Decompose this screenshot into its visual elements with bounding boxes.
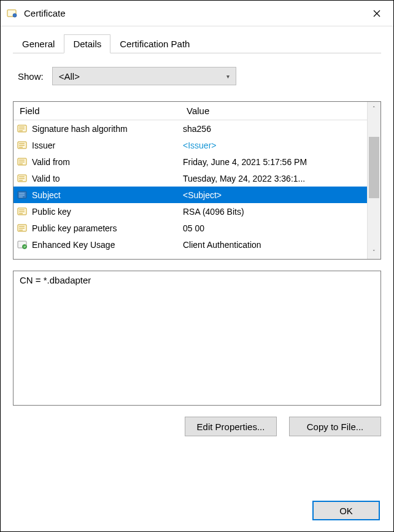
list-row[interactable]: Signature hash algorithmsha256 (14, 120, 367, 137)
scroll-track[interactable] (368, 115, 380, 245)
svg-point-33 (23, 244, 27, 249)
list-row[interactable]: Public key parameters05 00 (14, 220, 367, 236)
field-detail-text: CN = *.dbadapter (20, 275, 91, 285)
field-value: 05 00 (180, 223, 367, 233)
tab-strip: General Details Certification Path (13, 34, 381, 53)
list-header: Field Value (14, 102, 367, 120)
field-name: Public key (32, 207, 71, 217)
field-name: Valid to (32, 174, 60, 183)
dialog-footer: OK (312, 501, 380, 520)
close-button[interactable] (363, 4, 391, 23)
cell-field: Signature hash algorithm (14, 124, 180, 134)
certificate-property-icon (17, 174, 28, 183)
certificate-property-icon (17, 141, 28, 150)
column-header-value[interactable]: Value (180, 106, 367, 116)
tab-certification-path[interactable]: Certification Path (110, 34, 199, 53)
field-value: Friday, June 4, 2021 5:17:56 PM (180, 157, 367, 167)
titlebar: Certificate (1, 1, 393, 26)
cell-field: Issuer (14, 141, 180, 150)
extension-property-icon (17, 240, 28, 250)
close-icon (373, 10, 380, 17)
certificate-property-icon (17, 124, 28, 134)
field-value: Tuesday, May 24, 2022 3:36:1... (180, 174, 367, 183)
field-value: Client Authentication (180, 240, 367, 250)
field-value: sha256 (180, 124, 367, 134)
show-selected-value: <All> (59, 71, 80, 82)
copy-to-file-button[interactable]: Copy to File... (289, 417, 381, 436)
action-button-row: Edit Properties... Copy to File... (13, 417, 381, 436)
field-value: <Issuer> (180, 141, 367, 150)
tab-general[interactable]: General (13, 34, 64, 53)
vertical-scrollbar[interactable]: ˄ ˅ (367, 102, 380, 259)
tab-details[interactable]: Details (64, 34, 110, 53)
field-value: <Subject> (180, 190, 367, 200)
cell-field: Valid to (14, 174, 180, 183)
certificate-app-icon (7, 8, 18, 19)
list-row[interactable]: Enhanced Key UsageClient Authentication (14, 236, 367, 253)
svg-point-1 (13, 13, 17, 17)
certificate-property-icon (17, 207, 28, 217)
show-label: Show: (18, 71, 44, 82)
certificate-property-icon (17, 190, 28, 200)
chevron-down-icon: ▾ (226, 73, 230, 80)
field-name: Issuer (32, 141, 55, 150)
show-filter-row: Show: <All> ▾ (13, 67, 381, 85)
field-name: Subject (32, 190, 61, 200)
cell-field: Valid from (14, 157, 180, 167)
window-title: Certificate (24, 8, 363, 18)
field-name: Signature hash algorithm (32, 124, 128, 134)
show-dropdown[interactable]: <All> ▾ (52, 67, 236, 85)
cell-field: Public key parameters (14, 223, 180, 233)
field-name: Public key parameters (32, 223, 117, 233)
dialog-content: General Details Certification Path Show:… (1, 26, 393, 447)
field-name: Valid from (32, 157, 70, 167)
fields-list: Field Value Signature hash algorithmsha2… (13, 101, 381, 260)
edit-properties-button[interactable]: Edit Properties... (185, 417, 277, 436)
scroll-down-arrow-icon[interactable]: ˅ (368, 245, 380, 259)
list-row[interactable]: Subject<Subject> (14, 187, 367, 203)
cell-field: Enhanced Key Usage (14, 240, 180, 250)
field-detail-textbox[interactable]: CN = *.dbadapter (13, 271, 381, 406)
field-value: RSA (4096 Bits) (180, 207, 367, 217)
list-row[interactable]: Valid toTuesday, May 24, 2022 3:36:1... (14, 170, 367, 187)
list-row[interactable]: Public keyRSA (4096 Bits) (14, 203, 367, 220)
list-row[interactable]: Valid fromFriday, June 4, 2021 5:17:56 P… (14, 153, 367, 170)
column-header-field[interactable]: Field (14, 106, 180, 116)
cell-field: Subject (14, 190, 180, 200)
field-name: Enhanced Key Usage (32, 240, 115, 250)
cell-field: Public key (14, 207, 180, 217)
certificate-property-icon (17, 157, 28, 167)
list-row[interactable]: Issuer<Issuer> (14, 137, 367, 153)
scroll-up-arrow-icon[interactable]: ˄ (368, 102, 380, 115)
scroll-thumb[interactable] (369, 137, 379, 198)
certificate-property-icon (17, 223, 28, 233)
ok-button[interactable]: OK (312, 501, 380, 520)
